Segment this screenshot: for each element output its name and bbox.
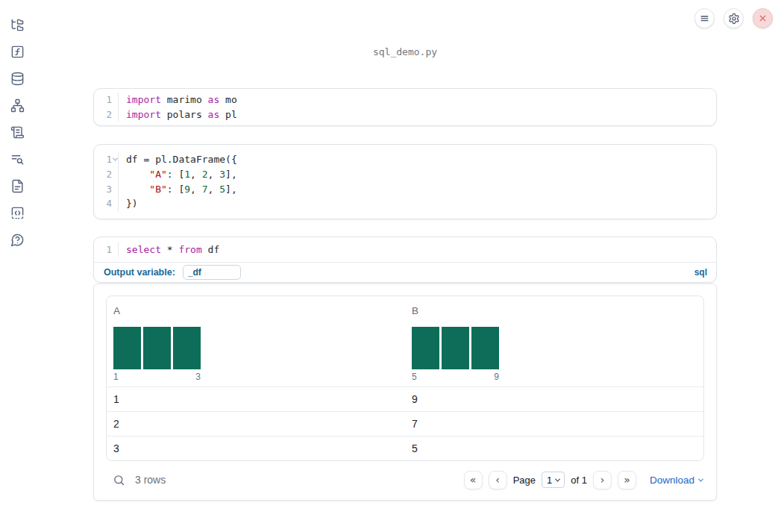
- histogram-bar: [113, 327, 141, 369]
- chevron-right-icon: ›: [600, 475, 605, 485]
- database-icon: [10, 72, 25, 86]
- code-text: }): [119, 198, 138, 209]
- sql-cell-footer: Output variable: sql: [94, 263, 716, 282]
- histogram-bar: [442, 327, 469, 369]
- code-cell-dataframe[interactable]: 1df = pl.DataFrame({2 "A": [1, 2, 3],3 "…: [93, 144, 717, 219]
- dataframe-table: A13B59 192735: [106, 295, 704, 461]
- code-line[interactable]: 3 "B": [9, 7, 5],: [94, 181, 716, 196]
- histogram-axis-labels: 59: [412, 372, 499, 382]
- sidebar: [0, 0, 34, 532]
- code-line[interactable]: 1import marimo as mo: [94, 93, 716, 107]
- table-cell: 7: [405, 412, 703, 436]
- code-line[interactable]: 4}): [94, 196, 716, 211]
- gutter-divider: [112, 196, 119, 211]
- sidebar-item-snippets[interactable]: [7, 202, 28, 223]
- code-text: select * from df: [119, 244, 219, 255]
- column-histogram: 59: [412, 327, 499, 382]
- gutter-divider: [112, 181, 119, 196]
- table-footer: 3 rows « ‹ Page 1 of 1 › » Download: [106, 469, 704, 491]
- table-cell: 2: [107, 412, 405, 436]
- fold-chevron-icon[interactable]: [112, 152, 119, 167]
- language-badge[interactable]: sql: [694, 267, 707, 278]
- axis-tick-label: 5: [412, 372, 417, 382]
- chevron-down-icon: [698, 476, 703, 481]
- table-cell: 1: [107, 387, 405, 411]
- table-row[interactable]: 35: [107, 436, 703, 460]
- axis-tick-label: 9: [494, 372, 499, 382]
- sql-cell[interactable]: 1select * from df Output variable: sql: [93, 237, 717, 284]
- sidebar-item-logs[interactable]: [7, 148, 28, 169]
- chevrons-left-icon: «: [470, 475, 477, 485]
- pagination: « ‹ Page 1 of 1 › »: [464, 471, 636, 489]
- last-page-button[interactable]: »: [618, 471, 636, 489]
- line-number: 2: [94, 169, 112, 180]
- sidebar-item-files[interactable]: [7, 14, 28, 35]
- gutter-divider: [112, 167, 119, 182]
- line-number: 2: [94, 109, 112, 120]
- code-snippet-icon: [10, 206, 25, 220]
- line-number: 1: [94, 244, 112, 255]
- page-select[interactable]: 1: [542, 472, 565, 488]
- axis-tick-label: 3: [195, 372, 201, 382]
- table-header-row: A13B59: [107, 296, 703, 387]
- function-square-icon: [10, 45, 25, 59]
- histogram-bars: [412, 327, 499, 369]
- histogram-bar: [471, 327, 499, 369]
- sidebar-item-scratchpad[interactable]: [7, 122, 28, 143]
- download-button[interactable]: Download: [650, 475, 703, 486]
- search-button[interactable]: [107, 474, 125, 486]
- output-variable-input[interactable]: [183, 265, 241, 280]
- code-cell-imports[interactable]: 1import marimo as mo2import polars as pl: [93, 88, 717, 126]
- column-histogram: 13: [113, 327, 201, 382]
- histogram-bar: [143, 327, 171, 369]
- code-text: "A": [1, 2, 3],: [119, 169, 237, 180]
- code-line[interactable]: 2import polars as pl: [94, 107, 716, 122]
- cell-output-table: A13B59 192735 3 rows « ‹ Page 1 of 1 › »: [93, 284, 717, 501]
- sidebar-item-dependency-graph[interactable]: [7, 95, 28, 116]
- table-row[interactable]: 27: [107, 411, 703, 436]
- notebook-area: sql_demo.py 1import marimo as mo2import …: [93, 0, 717, 501]
- sidebar-item-documentation[interactable]: [7, 175, 28, 196]
- output-variable-label: Output variable:: [104, 267, 175, 278]
- shutdown-button[interactable]: [753, 8, 773, 28]
- sql-code-editor[interactable]: 1select * from df: [94, 237, 716, 263]
- network-icon: [10, 98, 25, 113]
- line-number: 3: [94, 184, 112, 195]
- line-number: 1: [94, 154, 112, 165]
- code-line[interactable]: 1select * from df: [94, 242, 716, 257]
- table-body: 192735: [107, 387, 703, 460]
- logs-search-icon: [10, 152, 25, 166]
- table-cell: 5: [405, 436, 703, 460]
- code-editor[interactable]: 1df = pl.DataFrame({2 "A": [1, 2, 3],3 "…: [94, 152, 716, 210]
- line-number: 1: [94, 94, 112, 105]
- sidebar-item-helper-functions[interactable]: [7, 41, 28, 62]
- file-tree-icon: [10, 18, 25, 32]
- next-page-button[interactable]: ›: [593, 471, 612, 489]
- column-header[interactable]: B59: [405, 296, 703, 387]
- gutter-divider: [112, 93, 119, 107]
- axis-tick-label: 1: [113, 372, 119, 382]
- page-select-value: 1: [547, 475, 552, 486]
- first-page-button[interactable]: «: [464, 471, 483, 489]
- code-editor[interactable]: 1import marimo as mo2import polars as pl: [94, 93, 716, 122]
- code-line[interactable]: 2 "A": [1, 2, 3],: [94, 167, 716, 182]
- prev-page-button[interactable]: ‹: [489, 471, 507, 489]
- row-count: 3 rows: [135, 474, 166, 486]
- table-row[interactable]: 19: [107, 387, 703, 411]
- histogram-bar: [173, 327, 201, 369]
- notebook-filename[interactable]: sql_demo.py: [93, 46, 717, 59]
- settings-button[interactable]: [724, 8, 744, 28]
- code-line[interactable]: 1df = pl.DataFrame({: [94, 152, 716, 167]
- sidebar-item-help[interactable]: [7, 229, 28, 250]
- close-x-icon: [758, 13, 768, 23]
- code-text: import polars as pl: [119, 109, 237, 120]
- gutter-divider: [112, 242, 119, 257]
- table-cell: 3: [107, 436, 405, 460]
- search-icon: [113, 474, 125, 486]
- column-header[interactable]: A13: [107, 296, 405, 387]
- sidebar-item-datasources[interactable]: [7, 68, 28, 89]
- scroll-icon: [10, 125, 25, 140]
- chevrons-right-icon: »: [624, 475, 630, 485]
- line-number: 4: [94, 198, 112, 209]
- histogram-bar: [412, 327, 439, 369]
